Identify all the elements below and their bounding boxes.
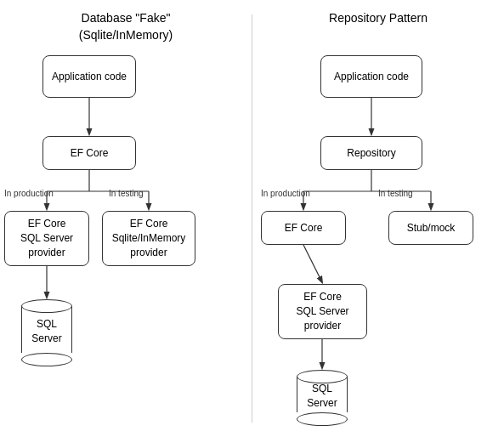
svg-line-11 bbox=[303, 245, 322, 282]
left-in-production-label: In production bbox=[4, 189, 54, 198]
right-cyl-top bbox=[297, 370, 348, 383]
right-sql-cylinder: SQL Server bbox=[297, 370, 348, 426]
right-cyl-bottom bbox=[297, 412, 348, 426]
left-ef-core-box: EF Core bbox=[42, 136, 136, 170]
left-cyl-top bbox=[21, 299, 72, 313]
right-in-production-label: In production bbox=[261, 189, 310, 198]
left-app-code-box: Application code bbox=[42, 55, 136, 98]
right-ef-sql-box: EF Core SQL Server provider bbox=[278, 284, 367, 339]
left-panel: Database "Fake" (Sqlite/InMemory) Applic… bbox=[0, 0, 252, 437]
right-panel: Repository Pattern Application code Repo… bbox=[252, 0, 504, 437]
left-sql-cylinder: SQL Server bbox=[21, 299, 72, 366]
left-cyl-body: SQL Server bbox=[21, 306, 72, 353]
right-stub-mock-box: Stub/mock bbox=[388, 211, 473, 245]
left-ef-sql-box: EF Core SQL Server provider bbox=[4, 211, 89, 266]
left-in-testing-label: In testing bbox=[109, 189, 144, 198]
left-panel-title: Database "Fake" (Sqlite/InMemory) bbox=[0, 0, 252, 43]
right-ef-core-box: EF Core bbox=[261, 211, 346, 245]
right-app-code-box: Application code bbox=[320, 55, 422, 98]
diagram-container: Database "Fake" (Sqlite/InMemory) Applic… bbox=[0, 0, 504, 437]
right-repository-box: Repository bbox=[320, 136, 422, 170]
right-in-testing-label: In testing bbox=[378, 189, 413, 198]
left-cyl-bottom bbox=[21, 353, 72, 366]
right-panel-title: Repository Pattern bbox=[252, 0, 504, 27]
left-ef-sqlite-box: EF Core Sqlite/InMemory provider bbox=[102, 211, 195, 266]
